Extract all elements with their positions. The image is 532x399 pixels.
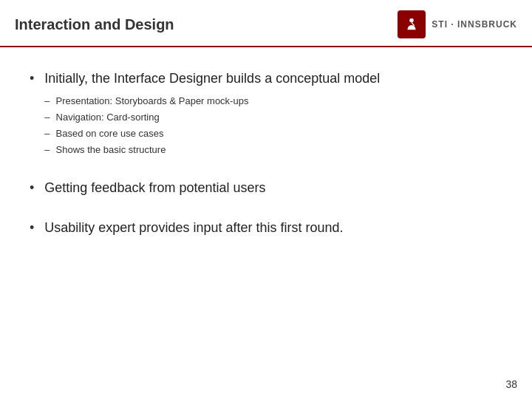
sub-item-1-2: – Navigation: Card-sorting <box>44 110 380 126</box>
slide-container: Interaction and Design STI · INNSBRUCK •… <box>0 0 532 399</box>
sub-dash-1-4: – <box>44 143 50 158</box>
sub-item-1-1-text: Presentation: Storyboards & Paper mock-u… <box>56 94 249 109</box>
slide-content: • Initially, the Interface Designer buil… <box>0 47 532 273</box>
bullet-1-text: Initially, the Interface Designer builds… <box>44 71 380 86</box>
slide-header: Interaction and Design STI · INNSBRUCK <box>0 0 532 47</box>
bullet-dot-3: • <box>30 220 34 236</box>
sub-dash-1-2: – <box>44 110 50 126</box>
sub-dash-1-3: – <box>44 126 50 142</box>
bullet-dot-2: • <box>30 180 34 196</box>
svg-point-0 <box>410 18 415 23</box>
sub-item-1-3-text: Based on core use cases <box>56 126 164 142</box>
bullet-2-text: Getting feedback from potential users <box>44 179 265 197</box>
sub-item-1-2-text: Navigation: Card-sorting <box>56 110 160 126</box>
logo-svg <box>403 16 420 33</box>
bullet-3-text: Usability expert provides input after th… <box>44 219 343 237</box>
logo-area: STI · INNSBRUCK <box>398 10 517 38</box>
bullet-item-2: • Getting feedback from potential users <box>30 179 502 197</box>
bullet-item-1: • Initially, the Interface Designer buil… <box>30 69 502 158</box>
bullet-item-3: • Usability expert provides input after … <box>30 219 502 237</box>
slide-title: Interaction and Design <box>15 16 174 33</box>
sub-list-1: – Presentation: Storyboards & Paper mock… <box>44 94 380 157</box>
bullet-1-body: Initially, the Interface Designer builds… <box>44 69 380 158</box>
sti-logo-icon <box>398 10 426 38</box>
sub-item-1-4: – Shows the basic structure <box>44 143 380 158</box>
page-number: 38 <box>505 378 517 390</box>
sub-item-1-1: – Presentation: Storyboards & Paper mock… <box>44 94 380 109</box>
sub-item-1-3: – Based on core use cases <box>44 126 380 142</box>
sub-item-1-4-text: Shows the basic structure <box>56 143 166 158</box>
slide-footer: 38 <box>505 378 517 390</box>
logo-text: STI · INNSBRUCK <box>432 19 517 30</box>
bullet-dot-1: • <box>30 71 34 86</box>
sub-dash-1-1: – <box>44 94 50 109</box>
